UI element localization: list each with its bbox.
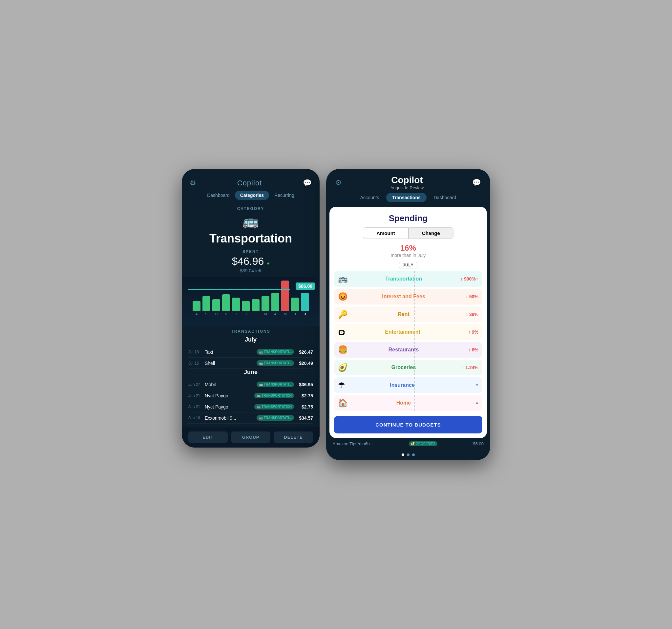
tx-amount: $20.49 [297, 361, 313, 366]
table-row: Jun 10 Exxonmobil 9... 🚌 TRANSPORTATI...… [188, 412, 313, 424]
app-title-right: Copilot [390, 175, 424, 185]
cat-row-groceries[interactable]: 🥑 Groceries ↑ 1.24% [334, 360, 482, 376]
bar-j1: J [242, 301, 250, 316]
tab-accounts[interactable]: Accounts [354, 193, 385, 202]
bar [193, 301, 200, 311]
toggle-amount[interactable]: Amount [363, 227, 409, 239]
month-june: June [188, 369, 313, 376]
bar [252, 299, 260, 311]
tab-dashboard-right[interactable]: Dashboard [428, 193, 462, 202]
cat-row-home[interactable]: 🏠 Home = [334, 395, 482, 411]
budget-line-label: $86.00 [296, 283, 315, 290]
budget-dot: ● [267, 261, 269, 266]
dot-1[interactable] [402, 454, 404, 456]
cat-row-restaurants[interactable]: 🍔 Restaurants ↑ 6% [334, 342, 482, 358]
tab-transactions[interactable]: Transactions [386, 193, 426, 202]
bar-m2: M [281, 281, 289, 316]
dot-3[interactable] [412, 454, 415, 456]
right-header: ⚙ Copilot August In Review 💬 [326, 169, 490, 193]
month-july: July [188, 336, 313, 343]
july-marker: JULY [330, 262, 487, 268]
bar-a: A [193, 301, 200, 316]
bar-d: D [232, 298, 240, 316]
cat-emoji: 🥑 [338, 363, 348, 372]
bar-label-active: J [304, 312, 306, 316]
tab-dashboard[interactable]: Dashboard [202, 191, 235, 200]
modal-card: Spending Amount Change 16% more than in … [330, 207, 487, 438]
july-label: JULY [399, 262, 417, 268]
budget-line [188, 289, 290, 290]
bar-m1: M [262, 296, 269, 316]
continue-button[interactable]: CONTINUE TO BUDGETS [334, 416, 482, 433]
table-row: Jun 27 Mobil 🚌 TRANSPORTATI... $36.95 [188, 379, 313, 390]
pagination-dots [326, 450, 490, 460]
tx-tag: 🚌 TRANSPORTATION [254, 393, 294, 398]
bar-label: F [255, 312, 257, 316]
cat-name: Insurance [349, 382, 455, 388]
right-phone: ⚙ Copilot August In Review 💬 Accounts Tr… [326, 169, 490, 460]
bottom-buttons: EDIT GROUP DELETE [182, 427, 319, 447]
bottom-tx-name: Amazon Tips*mu6b... [333, 441, 374, 446]
cat-emoji: 🏠 [338, 398, 348, 408]
table-row: Jul 15 Shell 🚌 TRANSPORTATI... $20.49 [188, 358, 313, 369]
chart-container: $86.00 A S O N [182, 276, 319, 326]
settings-icon-right[interactable]: ⚙ [335, 178, 342, 187]
bar-label: N [225, 312, 227, 316]
cat-change: ↑ 50% [455, 294, 478, 299]
cat-row-insurance[interactable]: ☂ Insurance = [334, 377, 482, 393]
tx-amount: $26.47 [297, 349, 313, 355]
cat-row-interest[interactable]: 😡 Interest and Fees ↑ 50% [334, 289, 482, 305]
cat-row-transportation[interactable]: 🚌 Transportation ↑ 900%+ [334, 271, 482, 287]
cat-row-entertainment[interactable]: 🎟 Entertainment ↑ 9% [334, 324, 482, 340]
group-button[interactable]: GROUP [231, 432, 270, 443]
cat-name: Interest and Fees [352, 294, 455, 299]
tx-date: Jul 15 [188, 361, 205, 365]
tx-date: Jun 10 [188, 416, 205, 420]
cat-change: = [455, 383, 478, 388]
message-icon-right[interactable]: 💬 [472, 178, 481, 187]
tab-recurring[interactable]: Recurring [269, 191, 299, 200]
screens-container: ⚙ Copilot 💬 Dashboard Categories Recurri… [182, 169, 490, 460]
bar [291, 298, 299, 311]
tx-amount: $2.75 [297, 393, 313, 398]
tab-categories[interactable]: Categories [235, 191, 269, 200]
dot-2[interactable] [407, 454, 409, 456]
toggle-change[interactable]: Change [409, 227, 454, 239]
app-title-left: Copilot [237, 179, 262, 187]
dashed-line [414, 395, 415, 411]
tx-amount: $34.57 [297, 415, 313, 421]
cat-change: = [455, 400, 478, 406]
cat-emoji: 🍔 [338, 345, 348, 354]
cat-emoji: 😡 [338, 292, 348, 301]
bar-o: O [212, 299, 220, 316]
delete-button[interactable]: DELETE [274, 432, 313, 443]
left-tabs: Dashboard Categories Recurring [182, 191, 319, 203]
bar-label: A [195, 312, 197, 316]
tx-name: Mobil [205, 382, 257, 387]
dashed-line [414, 271, 415, 287]
message-icon[interactable]: 💬 [303, 179, 312, 187]
category-emoji: 🚌 [188, 214, 313, 229]
category-label: CATEGORY [188, 207, 313, 211]
bar-j3-active: J [301, 293, 309, 316]
bottom-transaction: Amazon Tips*mu6b... 🥑 GROCERIES $5.00 [326, 438, 490, 450]
cat-name: Groceries [352, 365, 455, 370]
bar-label: S [205, 312, 207, 316]
dashed-line [414, 324, 415, 340]
cat-change: ↑ 1.24% [455, 365, 478, 370]
right-tabs: Accounts Transactions Dashboard [326, 193, 490, 207]
edit-button[interactable]: EDIT [188, 432, 228, 443]
settings-icon[interactable]: ⚙ [190, 179, 196, 187]
cat-change: ↑ 9% [455, 330, 478, 335]
bar-label: J [245, 312, 247, 316]
category-list: 🚌 Transportation ↑ 900%+ 😡 Interest and … [330, 271, 487, 416]
bottom-tx-tag: 🥑 GROCERIES [409, 441, 437, 446]
bar-a2: A [271, 293, 279, 316]
tx-name: Nyct Paygo [205, 404, 254, 410]
table-row: Jun 21 Nyct Paygo 🚌 TRANSPORTATION $2.75 [188, 390, 313, 401]
cat-row-rent[interactable]: 🔑 Rent ↑ 38% [334, 307, 482, 322]
bar-label: O [215, 312, 218, 316]
modal-title: Spending [330, 207, 487, 227]
transactions-section: TRANSACTIONS July Jul 18 Taxi 🚌 TRANSPOR… [182, 326, 319, 427]
dashed-line [414, 342, 415, 358]
